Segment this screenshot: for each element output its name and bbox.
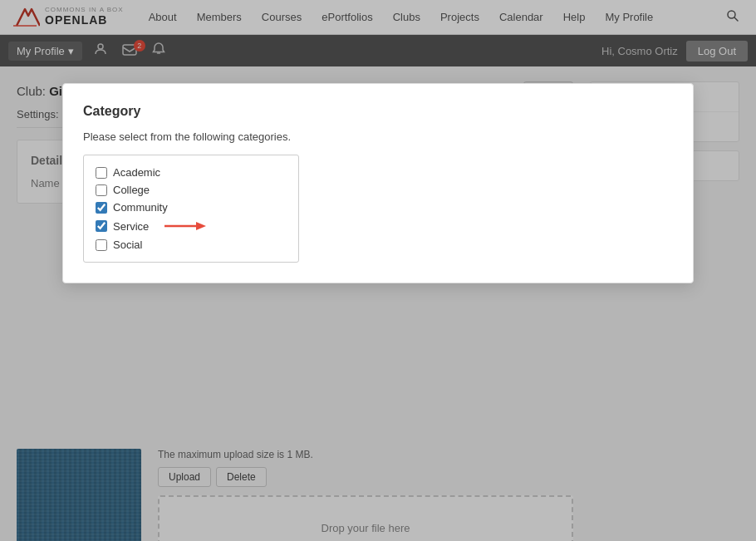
category-checkbox-community[interactable] [96, 202, 107, 214]
category-checkbox-service[interactable] [96, 220, 107, 232]
category-label: College [113, 184, 150, 196]
category-label: Academic [113, 166, 160, 179]
arrow-indicator [164, 219, 206, 234]
category-label: Service [113, 220, 149, 233]
category-label: Social [113, 239, 142, 251]
category-item: Social [96, 236, 287, 253]
modal-description: Please select from the following categor… [83, 130, 673, 143]
modal-title: Category [83, 104, 673, 119]
category-box: AcademicCollegeCommunityService Social [83, 155, 299, 263]
category-item: Academic [96, 164, 287, 181]
category-item: College [96, 181, 287, 199]
category-checkbox-academic[interactable] [96, 167, 107, 179]
category-checkbox-social[interactable] [96, 239, 107, 251]
modal-overlay: Category Please select from the followin… [0, 0, 756, 541]
category-item: Service [96, 216, 287, 236]
category-checkbox-college[interactable] [96, 184, 107, 196]
svg-marker-11 [196, 222, 206, 230]
category-label: Community [113, 201, 168, 214]
category-modal: Category Please select from the followin… [62, 83, 694, 283]
category-item: Community [96, 199, 287, 216]
